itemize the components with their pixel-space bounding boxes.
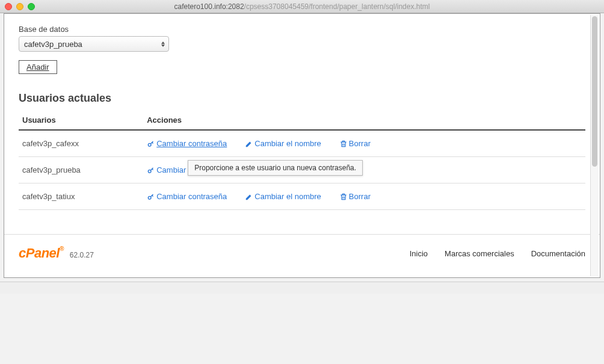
cpanel-logo: cPanel® (19, 245, 64, 261)
users-table: Usuarios Acciones cafetv3p_cafexx Cambia… (19, 111, 585, 210)
vertical-scrollbar[interactable] (590, 15, 599, 276)
url-host: cafetero100.info:2082 (174, 2, 244, 11)
footer-right: Inicio Marcas comerciales Documentación (410, 249, 585, 258)
footer-link-docs[interactable]: Documentación (531, 249, 585, 258)
scrollbar-thumb[interactable] (592, 16, 597, 167)
database-label: Base de datos (19, 25, 585, 34)
user-cell: cafetv3p_cafexx (19, 130, 143, 157)
titlebar-url: cafetero100.info:2082/cpsess3708045459/f… (0, 2, 604, 11)
version-text: 62.0.27 (70, 251, 94, 259)
user-cell: cafetv3p_prueba (19, 157, 143, 184)
actions-cell: Cambiar Proporcione a este usuario una n… (143, 157, 585, 184)
change-password-link[interactable]: Cambiar contraseña (147, 192, 227, 201)
bottom-strip (0, 282, 604, 294)
col-header-actions: Acciones (143, 111, 585, 130)
trash-icon (339, 193, 348, 201)
add-button[interactable]: Añadir (19, 60, 57, 74)
footer-link-home[interactable]: Inicio (410, 249, 428, 258)
key-icon (147, 193, 155, 201)
footer-link-trademarks[interactable]: Marcas comerciales (445, 249, 514, 258)
browser-window: Base de datos cafetv3p_prueba Añadir Usu… (4, 13, 600, 278)
footer: cPanel® 62.0.27 Inicio Marcas comerciale… (4, 234, 600, 272)
table-row: cafetv3p_tatiux Cambiar contraseña Cambi… (19, 184, 585, 210)
url-path: /cpsess3708045459/frontend/paper_lantern… (244, 2, 430, 11)
table-row: cafetv3p_cafexx Cambiar contraseña Cambi… (19, 130, 585, 157)
delete-link[interactable]: Borrar (339, 139, 371, 148)
mac-titlebar: cafetero100.info:2082/cpsess3708045459/f… (0, 0, 604, 13)
change-name-link[interactable]: Cambiar el nombre (245, 192, 321, 201)
database-select[interactable]: cafetv3p_prueba (19, 36, 169, 52)
pencil-icon (245, 140, 253, 148)
pencil-icon (245, 193, 253, 201)
svg-point-2 (149, 196, 152, 199)
user-cell: cafetv3p_tatiux (19, 184, 143, 210)
select-caret-icon (161, 42, 165, 47)
actions-cell: Cambiar contraseña Cambiar el nombre Bor… (143, 130, 585, 157)
col-header-user: Usuarios (19, 111, 143, 130)
section-title: Usuarios actuales (19, 92, 585, 105)
key-icon (147, 166, 155, 174)
actions-cell: Cambiar contraseña Cambiar el nombre Bor… (143, 184, 585, 210)
footer-left: cPanel® 62.0.27 (19, 245, 94, 261)
delete-link[interactable]: Borrar (339, 192, 371, 201)
table-row: cafetv3p_prueba Cambiar Proporcione a es… (19, 157, 585, 184)
database-select-value: cafetv3p_prueba (24, 40, 82, 49)
change-password-link[interactable]: Cambiar (147, 165, 186, 174)
svg-point-0 (149, 143, 152, 146)
key-icon (147, 140, 155, 148)
trash-icon (339, 140, 348, 148)
svg-point-1 (149, 170, 152, 173)
change-name-link[interactable]: Cambiar el nombre (245, 139, 321, 148)
change-password-link[interactable]: Cambiar contraseña (147, 139, 227, 148)
tooltip: Proporcione a este usuario una nueva con… (188, 160, 363, 176)
page-content: Base de datos cafetv3p_prueba Añadir Usu… (4, 14, 600, 216)
